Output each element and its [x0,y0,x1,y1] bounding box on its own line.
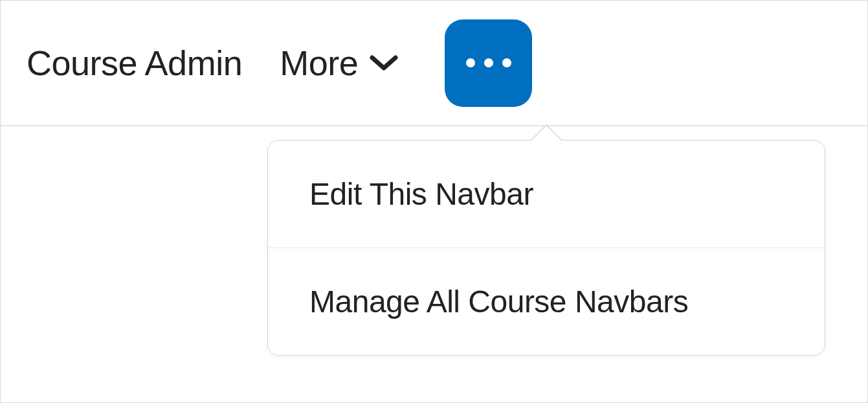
dropdown-menu: Edit This Navbar Manage All Course Navba… [267,140,825,356]
dot-icon [502,58,511,67]
ellipsis-icon [466,58,511,67]
nav-item-label: Course Admin [27,43,242,83]
more-actions-button[interactable] [445,19,532,107]
dropdown-item-manage-navbars[interactable]: Manage All Course Navbars [268,248,825,355]
dropdown-item-label: Manage All Course Navbars [309,284,688,319]
nav-item-course-admin[interactable]: Course Admin [27,43,242,83]
dropdown-item-edit-navbar[interactable]: Edit This Navbar [268,141,825,248]
dropdown-item-label: Edit This Navbar [309,177,533,211]
chevron-down-icon [370,54,398,72]
nav-item-more[interactable]: More [280,43,398,83]
dot-icon [466,58,475,67]
navbar: Course Admin More [1,1,867,126]
nav-item-label: More [280,43,358,83]
dot-icon [484,58,493,67]
